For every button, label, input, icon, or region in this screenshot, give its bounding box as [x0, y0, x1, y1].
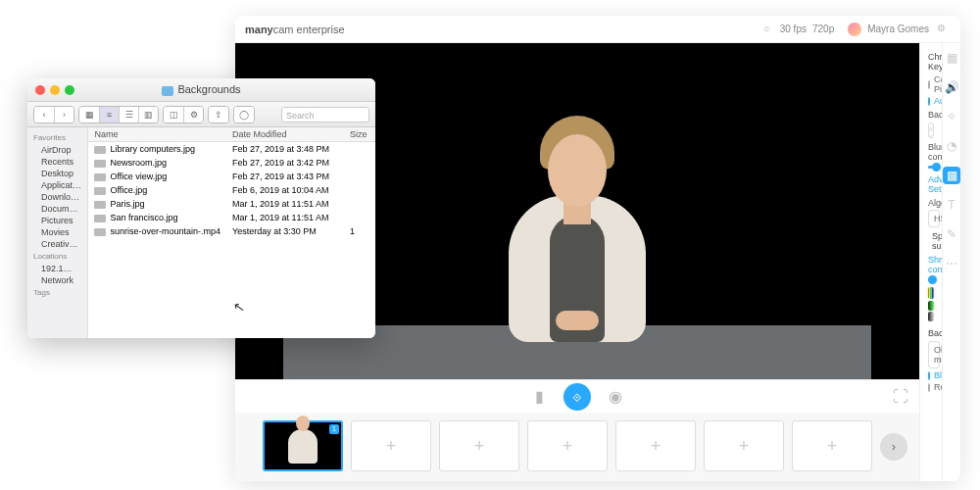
thumbnail-add[interactable]: + — [351, 420, 431, 471]
tags-btn[interactable]: ◯ — [233, 106, 255, 123]
sidebar-group: Favorites — [27, 131, 87, 144]
blur-radio[interactable]: Blur — [928, 370, 934, 380]
file-row[interactable]: Library computers.jpgFeb 27, 2019 at 3:4… — [88, 142, 375, 156]
thumbnail-add[interactable]: + — [792, 420, 872, 471]
chroma-key-label: Chroma Key — [928, 52, 942, 72]
remove-radio[interactable]: Remove — [928, 382, 934, 392]
sidebar-item[interactable]: Pictures — [27, 215, 87, 226]
file-row[interactable]: San francisco.jpgMar 1, 2019 at 11:51 AM — [88, 211, 375, 224]
background-label: Background — [928, 110, 934, 120]
time-icon[interactable]: ◔ — [943, 137, 960, 155]
user-menu[interactable]: Mayra Gomes — [848, 23, 929, 36]
sidebar-group: Locations — [27, 250, 87, 263]
cursor-icon: ↖ — [232, 298, 247, 316]
thumb-badge: 1 — [329, 424, 339, 434]
brand: manycam enterprise — [245, 24, 345, 35]
thumbnail-next[interactable]: › — [880, 433, 907, 461]
thumbnail-add[interactable]: + — [615, 420, 696, 471]
bg2-label: Background — [928, 328, 942, 338]
thumbnail-add[interactable]: + — [439, 420, 519, 471]
effects-panel: Chroma Key↺ Color Picker Auto Background… — [919, 43, 942, 481]
sidebar-item[interactable]: Docume… — [27, 203, 87, 215]
view-mode[interactable]: ▦≡☰▥ — [78, 106, 159, 123]
finder-toolbar: ‹› ▦≡☰▥ ◫⚙ ⇪ ◯ Search — [27, 102, 375, 127]
fps-label: 30 fps — [780, 24, 807, 34]
file-row[interactable]: Newsroom.jpgFeb 27, 2019 at 3:42 PM — [88, 156, 375, 170]
file-row[interactable]: sunrise-over-mountain-.mp4Yesterday at 3… — [88, 224, 375, 238]
draw-icon[interactable]: ✎ — [943, 225, 960, 243]
nav-back-forward[interactable]: ‹› — [33, 106, 74, 123]
advanced-label: Advanced Settings — [928, 174, 942, 194]
file-list: NameDate ModifiedSize Library computers.… — [88, 127, 375, 338]
bg-model-select[interactable]: Old model⌄ — [928, 341, 940, 368]
spill-label: Spill suppression — [932, 231, 942, 251]
brightness-icon[interactable]: ☼ — [762, 23, 776, 36]
camera-icon[interactable]: ▮ — [528, 386, 550, 408]
text-icon[interactable]: T — [943, 196, 960, 214]
close-icon[interactable] — [35, 85, 45, 95]
finder-sidebar: Favorites AirDrop Recents Desktop Applic… — [27, 127, 88, 338]
thumbnail-1[interactable]: 1 — [263, 420, 343, 471]
sidebar-group: Tags — [27, 286, 87, 299]
shrink-slider[interactable] — [928, 278, 934, 281]
shrink-label: Shrink contour — [928, 255, 934, 274]
effects-icon[interactable]: ✧ — [943, 108, 960, 125]
arrange[interactable]: ◫⚙ — [163, 106, 204, 123]
fullscreen-icon[interactable]: ⛶ — [890, 386, 911, 408]
blur-slider[interactable] — [928, 166, 934, 169]
sidebar-item[interactable]: Creative… — [27, 238, 87, 250]
right-toolbar: ▦ 🔊 ✧ ◔ ▩ T ✎ ⋯ — [942, 43, 960, 481]
chromakey-tab-icon[interactable]: ▩ — [943, 167, 960, 184]
algorithm-select[interactable]: HSL⌄ — [928, 210, 940, 227]
user-name: Mayra Gomes — [867, 24, 929, 34]
thumbnail-add[interactable]: + — [704, 420, 784, 471]
sidebar-item[interactable]: 192.1… — [27, 263, 87, 274]
avatar — [848, 23, 861, 36]
sidebar-item[interactable]: Movies — [27, 226, 87, 238]
background-swatch[interactable] — [928, 122, 934, 138]
sidebar-item[interactable]: Applicati… — [27, 179, 87, 191]
settings-icon[interactable]: ⚙ — [937, 23, 951, 36]
sat-slider[interactable] — [928, 301, 934, 311]
finder-titlebar[interactable]: Backgrounds — [27, 78, 375, 102]
zoom-icon[interactable] — [65, 85, 74, 95]
lum-slider[interactable] — [928, 312, 934, 321]
auto-radio[interactable]: Auto — [928, 96, 934, 106]
file-row[interactable]: Office view.jpgFeb 27, 2019 at 3:43 PM — [88, 170, 375, 183]
thumbnail-add[interactable]: + — [527, 420, 608, 471]
preview-toolbar: ▮ ⟐ ◉ ⛶ — [235, 379, 919, 413]
broadcast-button[interactable]: ⟐ — [564, 383, 591, 411]
more-icon[interactable]: ⋯ — [943, 255, 960, 272]
finder-window: Backgrounds ‹› ▦≡☰▥ ◫⚙ ⇪ ◯ Search Favori… — [27, 78, 375, 338]
minimize-icon[interactable] — [50, 85, 60, 95]
sidebar-item[interactable]: Desktop — [27, 168, 87, 179]
audio-icon[interactable]: 🔊 — [943, 78, 960, 96]
color-picker-radio[interactable]: Color Picker — [928, 74, 934, 94]
snapshot-icon[interactable]: ◉ — [605, 386, 626, 408]
column-headers[interactable]: NameDate ModifiedSize — [88, 127, 375, 142]
hue-slider[interactable] — [928, 287, 934, 299]
sidebar-item[interactable]: AirDrop — [27, 144, 87, 156]
file-row[interactable]: Office.jpgFeb 6, 2019 at 10:04 AM — [88, 183, 375, 197]
layers-icon[interactable]: ▦ — [943, 49, 960, 67]
share[interactable]: ⇪ — [208, 106, 229, 123]
resolution-label: 720p — [812, 24, 834, 34]
source-thumbnails: 1 + + + + + + › — [235, 413, 919, 481]
algorithm-label: Algorithm — [928, 198, 934, 208]
app-header: manycam enterprise ☼ 30 fps 720p Mayra G… — [235, 16, 960, 43]
sidebar-item[interactable]: Recents — [27, 156, 87, 168]
blur-label: Blur contour — [928, 142, 934, 162]
window-title: Backgrounds — [27, 83, 375, 95]
sidebar-item[interactable]: Network — [27, 274, 87, 286]
sidebar-item[interactable]: Downloads — [27, 191, 87, 203]
file-row[interactable]: Paris.jpgMar 1, 2019 at 11:51 AM — [88, 197, 375, 211]
search-input[interactable]: Search — [281, 107, 369, 122]
